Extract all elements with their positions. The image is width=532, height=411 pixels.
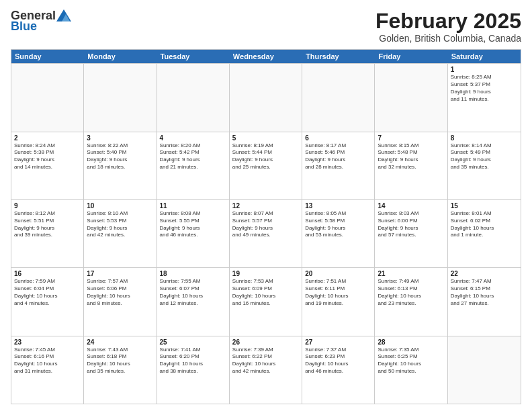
day-number: 8: [451, 134, 518, 142]
day-cell: [302, 64, 375, 131]
day-header-tuesday: Tuesday: [157, 50, 230, 63]
day-number: 19: [232, 270, 299, 277]
day-number: 2: [14, 134, 81, 142]
day-header-saturday: Saturday: [448, 50, 521, 63]
day-cell: [230, 64, 302, 131]
day-info: Sunrise: 7:57 AM Sunset: 6:06 PM Dayligh…: [87, 278, 153, 307]
location-title: Golden, British Columbia, Canada: [375, 33, 521, 44]
day-info: Sunrise: 7:35 AM Sunset: 6:25 PM Dayligh…: [378, 347, 444, 375]
day-cell: 3Sunrise: 8:22 AM Sunset: 5:40 PM Daylig…: [84, 132, 157, 199]
day-cell: 15Sunrise: 8:01 AM Sunset: 6:02 PM Dayli…: [448, 200, 521, 267]
day-cell: 1Sunrise: 8:25 AM Sunset: 5:37 PM Daylig…: [448, 64, 521, 131]
day-info: Sunrise: 8:19 AM Sunset: 5:44 PM Dayligh…: [232, 142, 299, 171]
day-cell: [448, 336, 521, 404]
day-number: 27: [305, 338, 371, 346]
day-number: 16: [14, 270, 81, 277]
day-info: Sunrise: 8:08 AM Sunset: 5:55 PM Dayligh…: [160, 210, 226, 239]
day-cell: 8Sunrise: 8:14 AM Sunset: 5:49 PM Daylig…: [448, 132, 521, 199]
day-info: Sunrise: 8:20 AM Sunset: 5:42 PM Dayligh…: [160, 142, 226, 171]
day-info: Sunrise: 7:43 AM Sunset: 6:18 PM Dayligh…: [87, 347, 153, 375]
logo-blue-text: Blue: [11, 20, 37, 32]
day-number: 17: [87, 270, 153, 277]
day-cell: 14Sunrise: 8:03 AM Sunset: 6:00 PM Dayli…: [375, 200, 447, 267]
day-number: 18: [160, 270, 226, 277]
day-info: Sunrise: 8:01 AM Sunset: 6:02 PM Dayligh…: [451, 210, 518, 239]
day-number: 14: [378, 202, 444, 210]
day-number: 6: [305, 134, 371, 142]
day-cell: [157, 64, 230, 131]
day-info: Sunrise: 8:22 AM Sunset: 5:40 PM Dayligh…: [87, 142, 153, 171]
page: General Blue February 2025 Golden, Briti…: [0, 0, 532, 411]
day-number: 12: [232, 202, 299, 210]
day-number: 11: [160, 202, 226, 210]
day-number: 22: [451, 270, 518, 277]
day-number: 1: [451, 66, 518, 73]
day-number: 3: [87, 134, 153, 142]
day-number: 20: [305, 270, 371, 277]
day-cell: 23Sunrise: 7:45 AM Sunset: 6:16 PM Dayli…: [11, 336, 84, 404]
week-row-1: 1Sunrise: 8:25 AM Sunset: 5:37 PM Daylig…: [11, 63, 521, 131]
day-cell: 25Sunrise: 7:41 AM Sunset: 6:20 PM Dayli…: [157, 336, 230, 404]
day-info: Sunrise: 7:55 AM Sunset: 6:07 PM Dayligh…: [160, 278, 226, 307]
day-info: Sunrise: 7:59 AM Sunset: 6:04 PM Dayligh…: [14, 278, 81, 307]
day-info: Sunrise: 7:45 AM Sunset: 6:16 PM Dayligh…: [14, 347, 81, 375]
day-cell: 9Sunrise: 8:12 AM Sunset: 5:51 PM Daylig…: [11, 200, 84, 267]
day-info: Sunrise: 8:05 AM Sunset: 5:58 PM Dayligh…: [305, 210, 371, 239]
day-info: Sunrise: 7:53 AM Sunset: 6:09 PM Dayligh…: [232, 278, 299, 307]
day-number: 28: [378, 338, 444, 346]
weeks-container: 1Sunrise: 8:25 AM Sunset: 5:37 PM Daylig…: [11, 63, 521, 404]
day-info: Sunrise: 7:39 AM Sunset: 6:22 PM Dayligh…: [232, 347, 299, 375]
day-number: 23: [14, 338, 81, 346]
day-info: Sunrise: 7:49 AM Sunset: 6:13 PM Dayligh…: [378, 278, 444, 307]
day-cell: 27Sunrise: 7:37 AM Sunset: 6:23 PM Dayli…: [302, 336, 375, 404]
day-info: Sunrise: 8:17 AM Sunset: 5:46 PM Dayligh…: [305, 142, 371, 171]
day-cell: [84, 64, 157, 131]
day-cell: 5Sunrise: 8:19 AM Sunset: 5:44 PM Daylig…: [230, 132, 302, 199]
day-number: 25: [160, 338, 226, 346]
day-info: Sunrise: 7:41 AM Sunset: 6:20 PM Dayligh…: [160, 347, 226, 375]
day-number: 21: [378, 270, 444, 277]
logo-icon: [56, 9, 71, 21]
day-header-sunday: Sunday: [11, 50, 84, 63]
day-cell: 16Sunrise: 7:59 AM Sunset: 6:04 PM Dayli…: [11, 268, 84, 335]
week-row-3: 9Sunrise: 8:12 AM Sunset: 5:51 PM Daylig…: [11, 199, 521, 267]
day-cell: 20Sunrise: 7:51 AM Sunset: 6:11 PM Dayli…: [302, 268, 375, 335]
day-cell: 21Sunrise: 7:49 AM Sunset: 6:13 PM Dayli…: [375, 268, 447, 335]
day-info: Sunrise: 7:37 AM Sunset: 6:23 PM Dayligh…: [305, 347, 371, 375]
day-info: Sunrise: 8:07 AM Sunset: 5:57 PM Dayligh…: [232, 210, 299, 239]
day-cell: 11Sunrise: 8:08 AM Sunset: 5:55 PM Dayli…: [157, 200, 230, 267]
calendar: SundayMondayTuesdayWednesdayThursdayFrid…: [11, 49, 521, 404]
day-cell: 12Sunrise: 8:07 AM Sunset: 5:57 PM Dayli…: [230, 200, 302, 267]
day-header-wednesday: Wednesday: [230, 50, 302, 63]
day-number: 7: [378, 134, 444, 142]
day-cell: 17Sunrise: 7:57 AM Sunset: 6:06 PM Dayli…: [84, 268, 157, 335]
day-info: Sunrise: 7:51 AM Sunset: 6:11 PM Dayligh…: [305, 278, 371, 307]
month-title: February 2025: [375, 9, 521, 33]
day-cell: 13Sunrise: 8:05 AM Sunset: 5:58 PM Dayli…: [302, 200, 375, 267]
day-info: Sunrise: 8:25 AM Sunset: 5:37 PM Dayligh…: [451, 74, 518, 103]
day-info: Sunrise: 8:14 AM Sunset: 5:49 PM Dayligh…: [451, 142, 518, 171]
day-cell: 28Sunrise: 7:35 AM Sunset: 6:25 PM Dayli…: [375, 336, 447, 404]
day-number: 10: [87, 202, 153, 210]
day-cell: 6Sunrise: 8:17 AM Sunset: 5:46 PM Daylig…: [302, 132, 375, 199]
day-info: Sunrise: 7:47 AM Sunset: 6:15 PM Dayligh…: [451, 278, 518, 307]
day-info: Sunrise: 8:12 AM Sunset: 5:51 PM Dayligh…: [14, 210, 81, 239]
week-row-5: 23Sunrise: 7:45 AM Sunset: 6:16 PM Dayli…: [11, 336, 521, 404]
header: General Blue February 2025 Golden, Briti…: [11, 9, 521, 44]
day-info: Sunrise: 8:03 AM Sunset: 6:00 PM Dayligh…: [378, 210, 444, 239]
day-info: Sunrise: 8:10 AM Sunset: 5:53 PM Dayligh…: [87, 210, 153, 239]
day-header-thursday: Thursday: [302, 50, 375, 63]
day-number: 24: [87, 338, 153, 346]
week-row-2: 2Sunrise: 8:24 AM Sunset: 5:38 PM Daylig…: [11, 132, 521, 199]
day-cell: [375, 64, 447, 131]
day-header-friday: Friday: [375, 50, 447, 63]
day-cell: 24Sunrise: 7:43 AM Sunset: 6:18 PM Dayli…: [84, 336, 157, 404]
day-info: Sunrise: 8:24 AM Sunset: 5:38 PM Dayligh…: [14, 142, 81, 171]
logo: General Blue: [11, 9, 71, 32]
day-number: 15: [451, 202, 518, 210]
day-cell: 26Sunrise: 7:39 AM Sunset: 6:22 PM Dayli…: [230, 336, 302, 404]
day-header-monday: Monday: [84, 50, 157, 63]
day-cell: 22Sunrise: 7:47 AM Sunset: 6:15 PM Dayli…: [448, 268, 521, 335]
title-section: February 2025 Golden, British Columbia, …: [375, 9, 521, 44]
day-number: 5: [232, 134, 299, 142]
